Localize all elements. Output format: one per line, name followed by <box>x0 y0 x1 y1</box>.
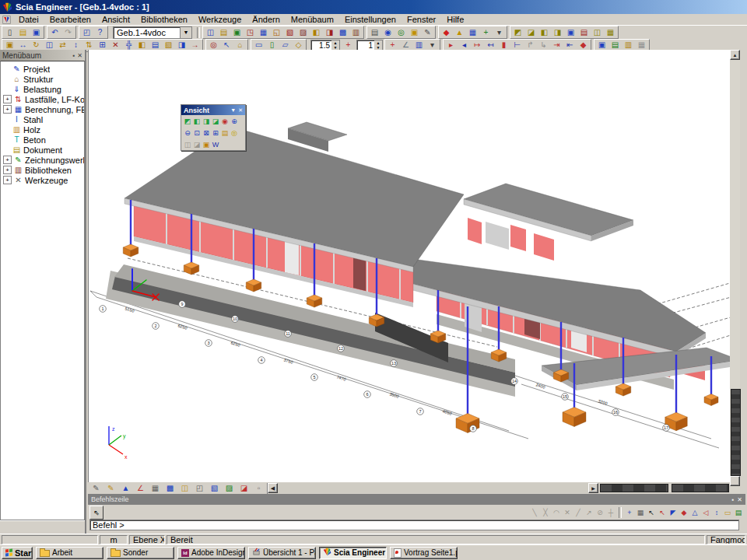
tree-item-dokument[interactable]: ▤Dokument <box>1 145 84 155</box>
grid-icon[interactable]: ▦ <box>148 483 163 494</box>
render-mode-3-icon[interactable]: ◧ <box>538 26 551 38</box>
render-mode-5-icon[interactable]: ▣ <box>564 26 577 38</box>
taskbar-button-arbeit[interactable]: Arbeit <box>36 547 103 559</box>
ansicht-palette-caption[interactable]: Ansicht ▼ ✕ <box>181 105 245 115</box>
status-plane[interactable]: Ebene XY <box>129 535 165 544</box>
snap-cross-icon[interactable]: ✕ <box>562 506 573 518</box>
render-mode-1-icon[interactable]: ◩ <box>511 26 524 38</box>
start-button[interactable]: Start <box>2 547 33 559</box>
taskbar-button-pdf[interactable]: Vortrag Seite1.pdf ... <box>390 547 458 559</box>
zoom-in-icon[interactable]: ⊕ <box>230 116 239 126</box>
help-icon[interactable]: ? <box>93 26 107 38</box>
tree-item-zeichnungswerkzeuge[interactable]: ✎Zeichnungswerkzeuge <box>1 155 84 165</box>
render-mode-6-icon[interactable]: ▤ <box>577 26 591 38</box>
doc-left-icon[interactable]: ◧ <box>310 26 323 38</box>
tree-item-bibliotheken[interactable]: ▥Bibliotheken <box>1 165 84 175</box>
horizontal-scrollbar-thumb[interactable] <box>600 484 668 492</box>
cursor-snap-icon[interactable]: + <box>624 506 635 518</box>
globe-icon[interactable]: ◎ <box>395 26 408 38</box>
shading-icon[interactable]: ▲ <box>118 483 133 494</box>
close-command-panel-icon[interactable]: ✕ <box>737 496 742 503</box>
pin-command-panel-icon[interactable]: ▪ <box>731 496 734 503</box>
model-viewport[interactable]: z y x 1234567891011121314151617515062506… <box>88 50 730 482</box>
perspective-icon[interactable]: ✎ <box>89 483 103 494</box>
view-front-icon[interactable]: ◧ <box>192 116 202 126</box>
scroll-up-icon[interactable]: ▲ <box>730 50 740 60</box>
chart-icon[interactable]: ▦ <box>466 26 479 38</box>
print-icon[interactable]: ▤ <box>368 26 381 38</box>
view-axo-icon[interactable]: ◩ <box>183 116 192 126</box>
menu-item-men-baum[interactable]: Menübaum <box>286 15 339 25</box>
project-manager-icon[interactable]: ◫ <box>204 26 217 38</box>
book-icon[interactable]: ▥ <box>349 26 363 38</box>
status-snap-mode[interactable]: Fangmodu <box>707 535 745 544</box>
image-icon[interactable]: ▧ <box>283 26 296 38</box>
snap-endpoint-icon[interactable]: ╲ <box>529 506 540 518</box>
open-folder-icon[interactable]: ▤ <box>16 26 30 38</box>
ortho-icon[interactable]: ↕ <box>711 506 722 518</box>
tree-item-projekt[interactable]: ✎Projekt <box>1 64 84 74</box>
vertical-scrollbar[interactable]: ▲ <box>730 50 740 494</box>
menu-item-ndern[interactable]: Ändern <box>247 15 285 25</box>
wireframe-view-icon[interactable]: W <box>211 139 220 149</box>
spinner-arrows-icon[interactable]: ▲▼ <box>331 40 339 51</box>
tree-item-stahl[interactable]: IStahl <box>1 114 84 124</box>
render-mode-2-icon[interactable]: ◪ <box>524 26 538 38</box>
horizontal-scrollbar-track[interactable] <box>278 483 588 493</box>
database-icon[interactable]: ▤ <box>217 26 230 38</box>
expand-icon[interactable] <box>3 156 12 164</box>
select-arrow-icon[interactable]: ↖ <box>646 506 657 518</box>
bolt-icon[interactable]: ◆ <box>440 26 453 38</box>
zoom-selection-icon[interactable]: ⊞ <box>211 128 220 138</box>
expand-icon[interactable] <box>3 95 12 103</box>
snap-intersection-icon[interactable]: ╳ <box>540 506 551 518</box>
zoom-out-icon[interactable]: ⊖ <box>183 128 192 138</box>
menu-item-datei[interactable]: Datei <box>13 15 44 25</box>
render-mode-4-icon[interactable]: ◨ <box>551 26 564 38</box>
command-input[interactable] <box>89 520 739 530</box>
undo-icon[interactable]: ↶ <box>48 26 61 38</box>
vertical-scrollbar-thumb[interactable] <box>731 389 741 476</box>
combobox-dropdown-icon[interactable]: ▼ <box>180 27 191 38</box>
horizontal-scrollbar-thumb-2[interactable] <box>672 484 729 492</box>
close-panel-icon[interactable]: ✕ <box>77 52 82 59</box>
hatch-icon[interactable]: ▧ <box>207 483 222 494</box>
view-folder-icon[interactable]: ▤ <box>220 128 230 138</box>
view-camera-icon[interactable]: ◉ <box>220 116 230 126</box>
notebook-icon[interactable]: ▦ <box>257 26 270 38</box>
expand-icon[interactable] <box>3 166 12 174</box>
render-mode-7-icon[interactable]: ◫ <box>591 26 604 38</box>
list-snap-icon[interactable]: ▤ <box>733 506 744 518</box>
collapse-left-icon[interactable]: ◀ <box>268 483 278 493</box>
document-icon[interactable] <box>0 16 13 24</box>
command-panel-caption[interactable]: Befehlszeile ▪ ✕ <box>88 494 745 505</box>
snap-line-icon[interactable]: ╱ <box>573 506 584 518</box>
axes-icon[interactable]: ◰ <box>192 483 207 494</box>
box-snap-icon[interactable]: ▭ <box>722 506 733 518</box>
dot-grid-icon[interactable]: ▦ <box>635 506 646 518</box>
zoom-window-icon[interactable]: ⊡ <box>192 128 202 138</box>
pin-panel-icon[interactable]: ▪ <box>72 52 75 59</box>
expand-icon[interactable] <box>3 105 12 114</box>
select-arrow-red-icon[interactable]: ↖ <box>657 506 668 518</box>
palette-close-icon[interactable]: ✕ <box>238 107 243 114</box>
menu-tree-caption[interactable]: Menübaum ▪ ✕ <box>0 50 85 61</box>
table-icon[interactable]: ▩ <box>336 26 349 38</box>
tree-item-struktur[interactable]: ⌂Struktur <box>1 74 84 84</box>
view-side-icon[interactable]: ◨ <box>202 116 211 126</box>
texture-icon[interactable]: ▨ <box>222 483 237 494</box>
zoom-all-icon[interactable]: ⊠ <box>202 128 211 138</box>
open-project-icon[interactable]: ▣ <box>408 26 421 38</box>
add-icon[interactable]: + <box>479 26 493 38</box>
surface-icon[interactable]: ▩ <box>163 483 177 494</box>
menu-item-ansicht[interactable]: Ansicht <box>96 15 135 25</box>
menu-item-werkzeuge[interactable]: Werkzeuge <box>193 15 247 25</box>
tree-item-holz[interactable]: ▥Holz <box>1 124 84 135</box>
snap-arc-icon[interactable]: ◠ <box>551 506 562 518</box>
taskbar-button-paint[interactable]: Übersicht 1 - Paint <box>248 547 316 559</box>
menu-item-bearbeiten[interactable]: Bearbeiten <box>44 15 96 25</box>
menu-item-bibliotheken[interactable]: Bibliotheken <box>135 15 193 25</box>
ansicht-palette[interactable]: Ansicht ▼ ✕ ◩◧◨◪◉⊕ ⊖⊡⊠⊞▤◎ ◫◪▣W <box>181 104 246 151</box>
new-file-icon[interactable]: ▯ <box>3 26 16 38</box>
points-icon[interactable]: ▫ <box>251 483 266 494</box>
